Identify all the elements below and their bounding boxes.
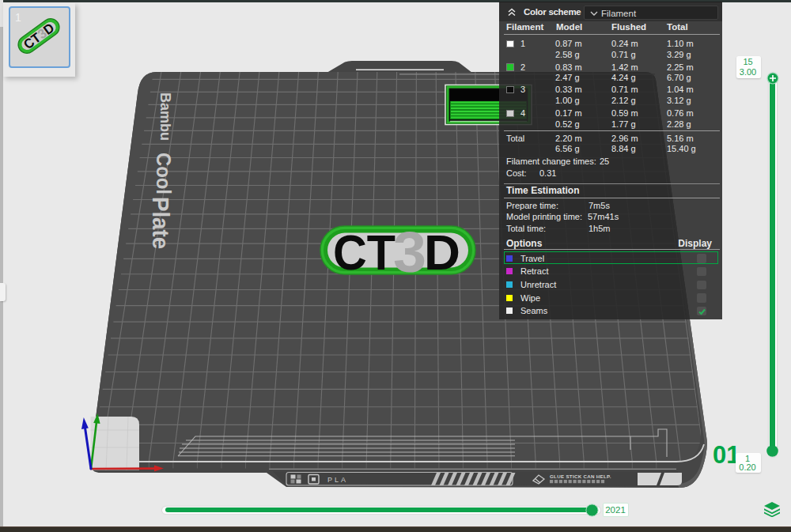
svg-text:PLA: PLA — [327, 476, 348, 484]
svg-text:D: D — [424, 224, 460, 280]
svg-text:3: 3 — [393, 221, 426, 284]
svg-text:Bambu: Bambu — [157, 92, 174, 141]
svg-text:Plate: Plate — [148, 197, 173, 249]
svg-text:CT: CT — [333, 224, 396, 280]
svg-text:GLUE STICK CAN HELP.: GLUE STICK CAN HELP. — [550, 474, 611, 479]
svg-text:Cool: Cool — [153, 153, 175, 194]
